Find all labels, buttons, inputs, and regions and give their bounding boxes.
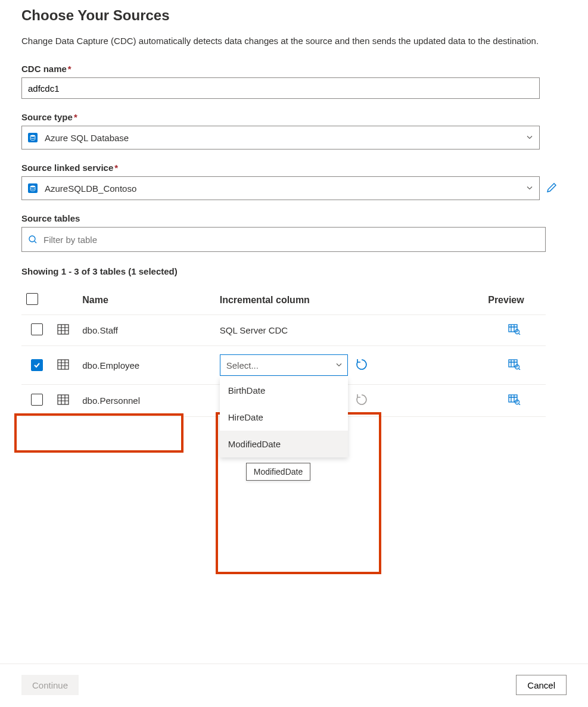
preview-icon[interactable] <box>508 397 521 407</box>
chevron-down-icon <box>335 360 343 370</box>
database-icon <box>28 133 38 142</box>
row-checkbox[interactable] <box>31 323 43 335</box>
table-icon <box>57 397 69 407</box>
source-type-select[interactable]: Azure SQL Database <box>21 126 540 150</box>
filter-input-wrap[interactable] <box>21 227 546 252</box>
table-row: dbo.Employee Select... BirthDate HireDat… <box>21 346 546 385</box>
source-tables-grid: Name Incremental column Preview dbo.Staf… <box>21 286 546 417</box>
cancel-button[interactable]: Cancel <box>516 675 567 695</box>
incremental-column-select[interactable]: Select... <box>220 354 348 376</box>
svg-rect-7 <box>509 360 517 367</box>
continue-button[interactable]: Continue <box>21 675 79 695</box>
svg-rect-9 <box>58 395 69 404</box>
preview-icon[interactable] <box>508 326 521 337</box>
source-tables-label: Source tables <box>21 213 567 223</box>
table-name: dbo.Employee <box>77 346 214 385</box>
table-name: dbo.Staff <box>77 315 214 346</box>
database-icon <box>28 183 38 193</box>
linked-service-select[interactable]: AzureSQLDB_Contoso <box>21 176 540 200</box>
incremental-value: SQL Server CDC <box>215 315 483 346</box>
search-icon <box>28 235 38 244</box>
chevron-down-icon <box>526 133 533 143</box>
row-checkbox[interactable] <box>31 394 43 406</box>
refresh-icon[interactable] <box>355 358 368 373</box>
column-header-preview: Preview <box>483 286 546 315</box>
page-title: Choose Your Sources <box>21 7 567 24</box>
column-header-incremental: Incremental column <box>215 286 483 315</box>
filter-input[interactable] <box>42 234 539 245</box>
preview-icon[interactable] <box>508 362 521 372</box>
dropdown-option[interactable]: HireDate <box>220 404 348 431</box>
incremental-dropdown: BirthDate HireDate ModifiedDate <box>220 377 348 457</box>
svg-rect-3 <box>58 325 69 334</box>
svg-point-0 <box>30 135 35 137</box>
source-type-label: Source type* <box>21 112 567 122</box>
table-row: dbo.Staff SQL Server CDC <box>21 315 546 346</box>
column-header-name: Name <box>77 286 214 315</box>
svg-rect-10 <box>509 395 517 402</box>
table-icon <box>57 362 69 372</box>
table-name: dbo.Personnel <box>77 385 214 417</box>
linked-service-label: Source linked service* <box>21 163 567 173</box>
dropdown-option[interactable]: BirthDate <box>220 377 348 404</box>
cdc-name-input[interactable] <box>21 77 540 99</box>
page-description: Change Data Capture (CDC) automatically … <box>21 35 567 47</box>
svg-point-2 <box>29 236 35 242</box>
tooltip: ModifiedDate <box>246 463 311 481</box>
row-checkbox[interactable] <box>31 359 43 371</box>
linked-service-value: AzureSQLDB_Contoso <box>45 183 136 194</box>
annotation-highlight <box>14 413 183 453</box>
chevron-down-icon <box>526 183 533 194</box>
cdc-name-label: CDC name* <box>21 64 567 74</box>
footer-bar: Continue Cancel <box>0 664 588 695</box>
svg-rect-4 <box>509 325 517 332</box>
refresh-icon[interactable] <box>355 393 368 408</box>
source-type-value: Azure SQL Database <box>45 133 129 143</box>
table-icon <box>57 326 69 337</box>
svg-rect-6 <box>58 360 69 369</box>
svg-point-1 <box>30 186 35 188</box>
edit-icon[interactable] <box>546 182 558 195</box>
select-all-checkbox[interactable] <box>26 293 38 305</box>
select-placeholder: Select... <box>226 360 259 370</box>
showing-count: Showing 1 - 3 of 3 tables (1 selected) <box>21 266 567 276</box>
dropdown-option[interactable]: ModifiedDate <box>220 431 348 457</box>
